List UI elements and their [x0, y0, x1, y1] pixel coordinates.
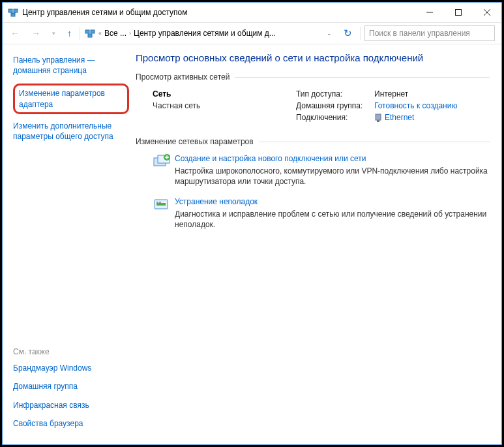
new-connection-icon: [153, 154, 175, 187]
chevron-icon: «: [98, 30, 102, 37]
content-area: Просмотр основных сведений о сети и наст…: [133, 44, 501, 444]
svg-rect-11: [88, 34, 92, 37]
app-icon: [8, 7, 18, 18]
svg-rect-0: [8, 9, 12, 12]
active-networks-heading: Просмотр активных сетей: [136, 72, 490, 82]
seealso-firewall-link[interactable]: Брандмауэр Windows: [13, 363, 129, 373]
refresh-button[interactable]: ↻: [340, 27, 356, 39]
ethernet-icon: [374, 114, 382, 123]
svg-rect-12: [376, 114, 381, 120]
sidebar-sharing-settings-link[interactable]: Изменить дополнительные параметры общего…: [13, 121, 129, 142]
network-center-icon: [84, 27, 96, 39]
sidebar: Панель управления — домашняя страница Из…: [3, 44, 133, 444]
crumb-current[interactable]: Центр управления сетями и общим д...: [134, 29, 276, 38]
svg-rect-6: [456, 10, 462, 16]
ethernet-link[interactable]: Ethernet: [385, 113, 414, 122]
seealso-infrared-link[interactable]: Инфракрасная связь: [13, 400, 129, 410]
active-network-row: Сеть Частная сеть Тип доступа: Интернет …: [153, 89, 490, 125]
network-center-window: Центр управления сетями и общим доступом…: [2, 2, 502, 445]
task-new-connection: Создание и настройка нового подключения …: [153, 154, 490, 187]
page-title: Просмотр основных сведений о сети и наст…: [136, 52, 490, 63]
back-button[interactable]: ←: [7, 28, 23, 39]
seealso-inetopts-link[interactable]: Свойства браузера: [13, 418, 129, 429]
access-type-label: Тип доступа:: [296, 89, 374, 99]
close-button[interactable]: [473, 3, 501, 22]
forward-button: →: [27, 28, 44, 39]
svg-rect-18: [156, 203, 166, 206]
search-input[interactable]: Поиск в панели управления: [364, 25, 495, 41]
minimize-button[interactable]: [415, 3, 444, 22]
task-troubleshoot: Устранение неполадок Диагностика и испра…: [153, 197, 490, 230]
troubleshoot-link[interactable]: Устранение неполадок: [175, 197, 258, 206]
maximize-button[interactable]: [444, 3, 473, 22]
homegroup-link[interactable]: Готовность к созданию: [374, 101, 457, 110]
seealso-homegroup-link[interactable]: Домашняя группа: [13, 381, 129, 392]
troubleshoot-desc: Диагностика и исправление проблем с сеть…: [175, 209, 490, 230]
svg-rect-9: [85, 30, 89, 33]
sidebar-home-link[interactable]: Панель управления — домашняя страница: [13, 55, 129, 76]
search-placeholder: Поиск в панели управления: [369, 29, 470, 38]
window-title: Центр управления сетями и общим доступом: [22, 8, 415, 17]
svg-rect-13: [377, 120, 379, 122]
up-button[interactable]: ↑: [63, 28, 76, 39]
breadcrumb[interactable]: « Все ... › Центр управления сетями и об…: [84, 27, 319, 39]
see-also-heading: См. также: [13, 347, 129, 356]
connections-label: Подключения:: [296, 113, 374, 123]
titlebar: Центр управления сетями и общим доступом: [3, 3, 501, 22]
recent-dropdown[interactable]: ▾: [48, 30, 59, 37]
crumb-all[interactable]: Все ...: [104, 29, 126, 38]
svg-rect-20: [159, 202, 161, 203]
network-name: Сеть: [153, 89, 296, 99]
access-type-value: Интернет: [374, 89, 408, 99]
troubleshoot-icon: [153, 197, 175, 230]
change-settings-heading: Изменение сетевых параметров: [136, 137, 490, 146]
separator: [360, 27, 361, 40]
homegroup-label: Домашняя группа:: [296, 101, 374, 110]
new-connection-desc: Настройка широкополосного, коммутируемог…: [175, 166, 490, 187]
svg-rect-1: [14, 9, 18, 12]
network-type: Частная сеть: [153, 101, 296, 110]
separator: [80, 27, 80, 40]
new-connection-link[interactable]: Создание и настройка нового подключения …: [175, 154, 366, 163]
svg-rect-10: [91, 30, 95, 33]
svg-rect-19: [156, 202, 158, 203]
toolbar: ← → ▾ ↑ « Все ... › Центр управления сет…: [3, 22, 501, 44]
sidebar-adapter-settings-link[interactable]: Изменение параметров адаптера: [13, 84, 129, 114]
address-dropdown[interactable]: ⌄: [323, 30, 336, 37]
chevron-icon: ›: [129, 30, 131, 37]
